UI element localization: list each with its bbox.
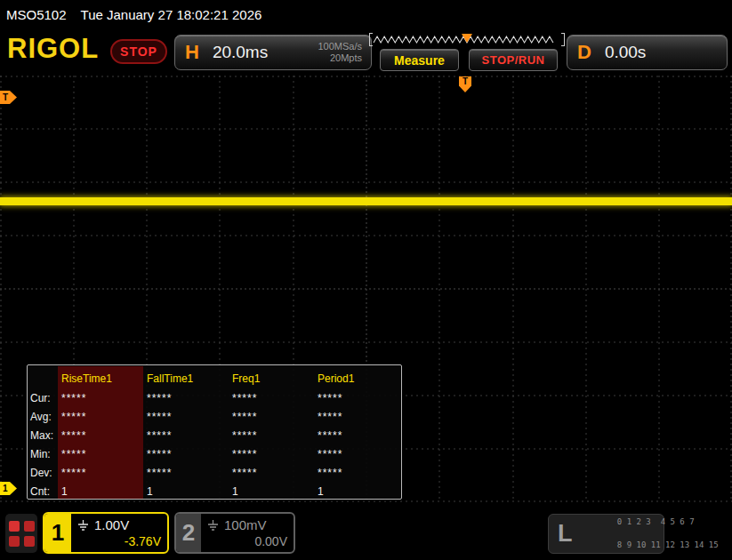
acquisition-rates: 100MSa/s 20Mpts [318, 41, 362, 64]
stop-run-button[interactable]: STOP/RUN [469, 49, 558, 71]
meas-value: ***** [229, 408, 314, 427]
datetime: Tue January 27 18:02:21 2026 [81, 7, 262, 22]
meas-value: ***** [143, 389, 229, 408]
horizontal-timebase-box[interactable]: H 20.0ms 100MSa/s 20Mpts [174, 35, 372, 70]
membar-right-bracket [561, 33, 565, 46]
meas-value: ***** [58, 389, 143, 408]
measurement-grid: RiseTime1 FallTime1 Freq1 Period1 Cur: *… [28, 365, 401, 501]
horizontal-label: H [185, 41, 199, 64]
meas-value: ***** [58, 427, 143, 445]
meas-col-header: Freq1 [229, 369, 314, 389]
menu-square [9, 521, 20, 532]
meas-value: ***** [229, 427, 314, 445]
logic-row2: 8 9 10 11 12 13 14 15 [617, 540, 719, 549]
meas-value: 1 [229, 483, 314, 501]
delay-value: 0.00s [605, 43, 646, 62]
titlebar: MSO5102 Tue January 27 18:02:21 2026 [0, 0, 732, 29]
ch1-waveform-trace [0, 197, 732, 205]
channel1-number: 1 [44, 514, 71, 552]
meas-value: 1 [58, 483, 143, 501]
channel2-offset: 0.00V [207, 534, 287, 548]
meas-value: ***** [143, 427, 229, 445]
memory-position-bar [369, 32, 565, 46]
rigol-logo: RIGOL [7, 33, 99, 65]
menu-square [9, 536, 20, 547]
meas-value: 1 [314, 483, 399, 501]
meas-col-header: RiseTime1 [58, 369, 143, 389]
meas-value: ***** [314, 464, 399, 483]
meas-value: ***** [229, 445, 314, 464]
meas-row-label: Avg: [28, 408, 58, 427]
meas-value: ***** [58, 408, 143, 427]
channel1-status-box[interactable]: 1 1.00V -3.76V [43, 512, 169, 554]
meas-col-header: FallTime1 [143, 369, 229, 389]
delay-label: D [577, 41, 591, 64]
bottom-bar: 1 1.00V -3.76V 2 100mV [0, 507, 732, 560]
menu-square [24, 521, 35, 532]
meas-value: ***** [314, 389, 399, 408]
channel1-offset: -3.76V [77, 534, 161, 548]
grid-menu-icon[interactable] [5, 514, 37, 553]
measurement-table[interactable]: RiseTime1 FallTime1 Freq1 Period1 Cur: *… [27, 364, 402, 500]
model-name: MSO5102 [6, 7, 67, 22]
meas-value: ***** [314, 445, 399, 464]
sample-rate: 100MSa/s [318, 41, 362, 52]
meas-value: ***** [229, 389, 314, 408]
meas-value: ***** [314, 408, 399, 427]
meas-col-header: Period1 [314, 369, 399, 389]
meas-row-label: Dev: [28, 464, 58, 483]
earth-ground-icon [207, 520, 219, 531]
channel2-scale: 100mV [224, 517, 267, 532]
meas-row-label: Cur: [28, 389, 58, 408]
timebase-value: 20.0ms [213, 43, 268, 62]
meas-row-label: Max: [28, 427, 58, 445]
meas-value: ***** [229, 464, 314, 483]
channel1-scale: 1.00V [94, 517, 129, 532]
meas-row-label: Min: [28, 445, 58, 464]
logic-row1: 0 1 2 3 4 5 6 7 [617, 517, 695, 526]
logic-label: L [558, 520, 573, 548]
logic-channel-numbers: 0 1 2 3 4 5 6 7 8 9 10 11 12 13 14 15 [579, 505, 719, 560]
menu-square [24, 536, 35, 547]
meas-value: ***** [58, 464, 143, 483]
channel2-status-box[interactable]: 2 100mV 0.00V [174, 512, 295, 554]
meas-value: ***** [58, 445, 143, 464]
memory-depth: 20Mpts [330, 52, 362, 63]
meas-value: 1 [143, 483, 229, 501]
meas-value: ***** [143, 408, 229, 427]
delay-box[interactable]: D 0.00s [567, 35, 728, 70]
meas-corner [28, 369, 58, 389]
channel2-number: 2 [176, 514, 201, 552]
meas-value: ***** [314, 427, 399, 445]
earth-ground-icon [77, 520, 89, 531]
meas-value: ***** [143, 445, 229, 464]
measure-button[interactable]: Measure [380, 49, 459, 71]
logic-channels-box[interactable]: L 0 1 2 3 4 5 6 7 8 9 10 11 12 13 14 15 [548, 514, 664, 554]
run-state-badge: STOP [110, 39, 167, 64]
oscilloscope-screen: MSO5102 Tue January 27 18:02:21 2026 RIG… [0, 0, 732, 560]
meas-row-label: Cnt: [28, 483, 58, 501]
meas-value: ***** [143, 464, 229, 483]
